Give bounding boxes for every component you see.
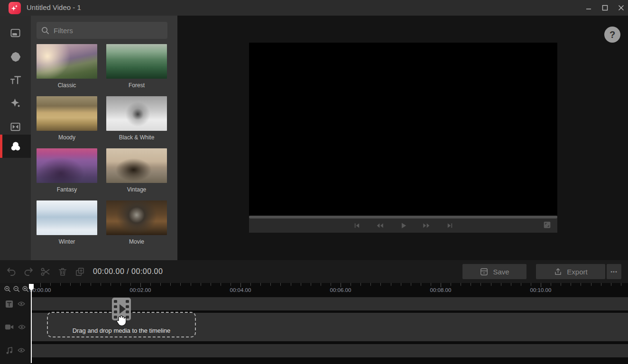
filter-label: Black & White: [106, 134, 167, 141]
audio-track-visibility-icon[interactable]: [17, 347, 26, 353]
ruler-minor-tick: [621, 283, 621, 286]
ruler-minor-tick: [331, 283, 331, 286]
undo-icon: [6, 266, 17, 277]
split-button[interactable]: [40, 266, 51, 277]
filter-label: Fantasy: [37, 186, 97, 193]
video-editor-window: Untitled Video - 1: [0, 0, 628, 364]
ruler-minor-tick: [421, 283, 421, 286]
help-label: ?: [610, 29, 615, 40]
filter-thumb-fantasy[interactable]: [37, 148, 97, 183]
help-button[interactable]: ?: [604, 27, 620, 43]
filter-label: Classic: [37, 82, 97, 89]
text-track-icon: [5, 300, 13, 308]
close-button[interactable]: [613, 0, 628, 16]
filter-thumb-winter[interactable]: [37, 200, 97, 235]
edit-toolbar: 00:00.00 / 00:00.00 Save Export •••: [0, 260, 628, 283]
ruler-minor-tick: [401, 283, 401, 286]
video-preview[interactable]: [249, 43, 557, 216]
duplicate-button[interactable]: [74, 266, 85, 277]
window-title: Untitled Video - 1: [27, 3, 81, 11]
delete-button[interactable]: [57, 266, 68, 277]
duplicate-icon: [74, 266, 85, 277]
filters-search-input[interactable]: [54, 27, 158, 35]
export-button[interactable]: Export: [536, 264, 605, 279]
skip-to-end-icon: [446, 222, 454, 229]
ruler-minor-tick: [461, 283, 461, 286]
zoom-in-icon[interactable]: [4, 285, 11, 293]
filter-card-winter[interactable]: Winter: [37, 200, 97, 245]
playhead-line[interactable]: [31, 284, 32, 363]
zoom-out-icon[interactable]: [13, 285, 20, 293]
filter-card-fantasy[interactable]: Fantasy: [37, 148, 97, 193]
ruler-minor-tick: [451, 283, 451, 286]
sidebar-item-text[interactable]: [0, 68, 31, 91]
more-options-button[interactable]: •••: [607, 264, 621, 279]
undo-button[interactable]: [6, 266, 17, 277]
audio-track-lane[interactable]: [31, 344, 628, 357]
ruler-minor-tick: [280, 283, 281, 286]
ruler-minor-tick: [480, 283, 481, 286]
ruler-minor-tick: [431, 283, 431, 286]
ruler-minor-tick: [250, 283, 251, 286]
filter-label: Vintage: [106, 186, 167, 193]
filter-thumb-movie[interactable]: [106, 200, 167, 235]
ruler-minor-tick: [231, 283, 231, 286]
sidebar-item-effects[interactable]: [0, 91, 31, 115]
skip-to-end-button[interactable]: [445, 221, 454, 230]
ruler-minor-tick: [130, 283, 131, 286]
timeline-ruler[interactable]: 00:00.0000:02.0000:04.0000:06.0000:08.00…: [31, 283, 628, 297]
ruler-time-label: 00:08.00: [430, 287, 452, 293]
scissors-icon: [40, 266, 51, 278]
video-track-header: [0, 322, 31, 332]
filter-card-forest[interactable]: Forest: [106, 44, 167, 89]
fast-forward-icon: [422, 222, 431, 229]
ruler-major-tick: [341, 283, 341, 287]
filters-icon: [9, 140, 22, 153]
fullscreen-button[interactable]: [543, 221, 552, 229]
fullscreen-icon: [543, 221, 551, 229]
filter-card-vintage[interactable]: Vintage: [106, 148, 167, 193]
ruler-time-label: 00:02.00: [130, 287, 151, 293]
ruler-minor-tick: [601, 283, 601, 286]
filter-card-black-white[interactable]: Black & White: [106, 96, 167, 141]
zoom-fit-icon[interactable]: [22, 285, 29, 293]
filter-thumb-forest[interactable]: [106, 44, 167, 79]
trash-icon: [57, 266, 68, 277]
filters-search-box[interactable]: [37, 22, 167, 39]
filter-thumb-vintage[interactable]: [106, 148, 167, 183]
ruler-major-tick: [541, 283, 541, 287]
main-sidebar: [0, 16, 31, 260]
skip-to-start-button[interactable]: [352, 221, 361, 230]
ruler-minor-tick: [80, 283, 81, 286]
ruler-minor-tick: [501, 283, 501, 286]
save-button[interactable]: Save: [462, 264, 526, 279]
ruler-minor-tick: [611, 283, 611, 286]
redo-button[interactable]: [23, 266, 34, 277]
active-indicator-bar: [0, 135, 2, 158]
play-button[interactable]: [398, 221, 408, 230]
sidebar-item-filters[interactable]: [0, 135, 31, 158]
fast-forward-button[interactable]: [422, 221, 431, 230]
filter-card-movie[interactable]: Movie: [106, 200, 167, 245]
sidebar-item-media[interactable]: [0, 21, 31, 45]
filter-thumb-classic[interactable]: [37, 44, 97, 79]
maximize-icon: [602, 5, 608, 11]
filter-card-classic[interactable]: Classic: [37, 44, 97, 89]
filter-label: Forest: [106, 82, 167, 89]
ruler-minor-tick: [160, 283, 161, 286]
play-icon: [399, 221, 407, 230]
video-track-visibility-icon[interactable]: [18, 324, 26, 330]
rewind-button[interactable]: [375, 221, 385, 230]
ruler-minor-tick: [170, 283, 171, 286]
ruler-minor-tick: [291, 283, 291, 286]
audio-track-icon: [6, 346, 13, 355]
minimize-button[interactable]: [581, 0, 597, 16]
ruler-major-tick: [140, 283, 141, 287]
skip-to-start-icon: [353, 222, 361, 229]
text-track-visibility-icon[interactable]: [17, 301, 26, 307]
sidebar-item-elements[interactable]: [0, 45, 31, 68]
filter-card-moody[interactable]: Moody: [37, 96, 97, 141]
filter-thumb-black-white[interactable]: [106, 96, 167, 131]
filter-thumb-moody[interactable]: [37, 96, 97, 131]
maximize-button[interactable]: [597, 0, 613, 16]
